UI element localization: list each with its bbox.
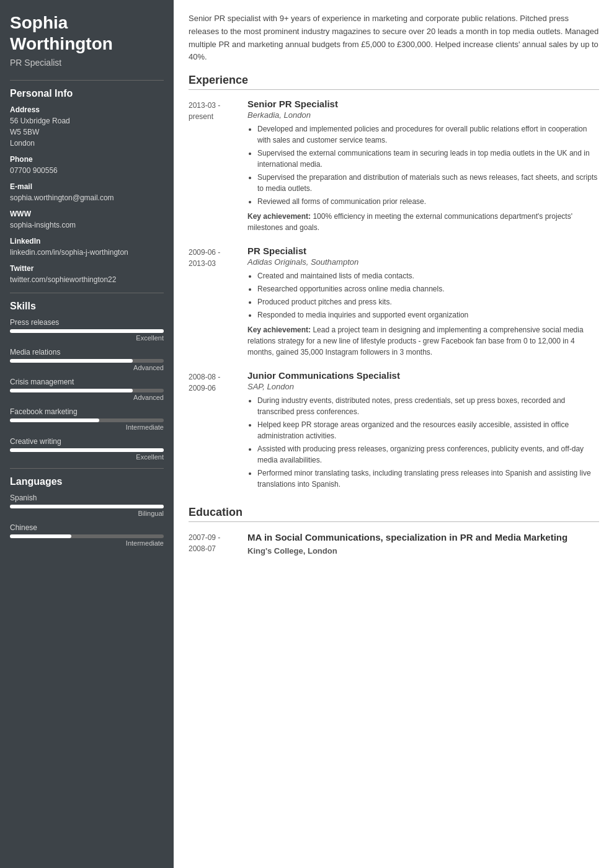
skills-container: Press releases Excellent Media relations… [10, 318, 164, 461]
experience-container: 2013-03 -present Senior PR Specialist Be… [189, 99, 599, 494]
bullet-item: Helped keep PR storage areas organized a… [257, 419, 599, 441]
edu-date: 2007-09 -2008-07 [189, 531, 247, 556]
education-container: 2007-09 -2008-07 MA in Social Communicat… [189, 531, 599, 556]
phone-label: Phone [10, 155, 164, 164]
bullet-item: Reviewed all forms of communication prio… [257, 196, 599, 207]
language-name: Spanish [10, 494, 164, 502]
skill-bar-background [10, 359, 164, 363]
languages-container: Spanish Bilingual Chinese Intermediate [10, 494, 164, 547]
www-value: sophia-insights.com [10, 219, 164, 231]
skill-item: Media relations Advanced [10, 348, 164, 371]
language-item: Chinese Intermediate [10, 523, 164, 547]
bullet-item: Supervised the preparation and distribut… [257, 172, 599, 194]
skill-name: Creative writing [10, 437, 164, 446]
language-bar-fill [10, 505, 164, 508]
summary-text: Senior PR specialist with 9+ years of ex… [189, 12, 599, 64]
language-name: Chinese [10, 523, 164, 532]
skill-level: Advanced [10, 394, 164, 401]
exp-content: Senior PR Specialist Berkadia, London De… [247, 99, 599, 233]
skill-name: Crisis management [10, 378, 164, 386]
skill-item: Crisis management Advanced [10, 378, 164, 401]
email-value: sophia.worthington@gmail.com [10, 192, 164, 203]
exp-company: Berkadia, London [247, 110, 599, 120]
candidate-name: SophiaWorthington [10, 12, 164, 54]
skill-level: Intermediate [10, 423, 164, 431]
exp-content: Junior Communications Specialist SAP, Lo… [247, 370, 599, 494]
exp-company: Adidas Originals, Southampton [247, 257, 599, 267]
languages-heading: Languages [10, 476, 164, 487]
exp-bullets: Developed and implemented policies and p… [247, 123, 599, 207]
address-value: 56 Uxbridge RoadW5 5BWLondon [10, 115, 164, 149]
bullet-item: Researched opportunities across online m… [257, 283, 599, 294]
exp-content: PR Specialist Adidas Originals, Southamp… [247, 246, 599, 358]
linkedin-value: linkedin.com/in/sophia-j-worthington [10, 247, 164, 258]
bullet-item: Developed and implemented policies and p… [257, 123, 599, 146]
bullet-item: Performed minor translating tasks, inclu… [257, 467, 599, 490]
email-label: E-mail [10, 182, 164, 191]
bullet-item: Assisted with producing press releases, … [257, 443, 599, 466]
exp-company: SAP, London [247, 382, 599, 391]
edu-content: MA in Social Communications, specializat… [247, 531, 599, 556]
skill-item: Press releases Excellent [10, 318, 164, 342]
education-block: 2007-09 -2008-07 MA in Social Communicat… [189, 531, 599, 556]
bullet-item: Created and maintained lists of media co… [257, 270, 599, 281]
bullet-item: During industry events, distributed note… [257, 395, 599, 417]
exp-date: 2009-06 -2013-03 [189, 246, 247, 358]
exp-title: PR Specialist [247, 246, 599, 256]
edu-degree: MA in Social Communications, specializat… [247, 531, 599, 544]
language-bar-background [10, 534, 164, 538]
skill-name: Press releases [10, 318, 164, 327]
skill-item: Creative writing Excellent [10, 437, 164, 461]
language-level: Intermediate [10, 539, 164, 547]
experience-block: 2009-06 -2013-03 PR Specialist Adidas Or… [189, 246, 599, 358]
exp-title: Junior Communications Specialist [247, 370, 599, 381]
edu-school: King's College, London [247, 546, 599, 556]
exp-date: 2008-08 -2009-06 [189, 370, 247, 494]
bullet-item: Supervised the external communications t… [257, 148, 599, 170]
exp-date: 2013-03 -present [189, 99, 247, 233]
bullet-item: Responded to media inquiries and support… [257, 309, 599, 321]
address-label: Address [10, 105, 164, 114]
exp-bullets: Created and maintained lists of media co… [247, 270, 599, 321]
skill-bar-fill [10, 329, 164, 333]
skill-bar-fill [10, 448, 164, 452]
bullet-item: Produced product pitches and press kits. [257, 296, 599, 308]
key-achievement: Key achievement: Lead a project team in … [247, 324, 599, 358]
skill-bar-fill [10, 359, 133, 363]
candidate-subtitle: PR Specialist [10, 58, 164, 68]
experience-heading: Experience [189, 74, 599, 90]
skill-bar-background [10, 448, 164, 452]
skill-bar-background [10, 389, 164, 392]
language-item: Spanish Bilingual [10, 494, 164, 517]
skill-level: Excellent [10, 453, 164, 461]
skill-name: Facebook marketing [10, 407, 164, 416]
skill-item: Facebook marketing Intermediate [10, 407, 164, 431]
skill-bar-background [10, 418, 164, 422]
exp-bullets: During industry events, distributed note… [247, 395, 599, 490]
education-heading: Education [189, 506, 599, 522]
experience-block: 2008-08 -2009-06 Junior Communications S… [189, 370, 599, 494]
skill-level: Advanced [10, 364, 164, 371]
exp-title: Senior PR Specialist [247, 99, 599, 109]
personal-info-heading: Personal Info [10, 88, 164, 99]
twitter-label: Twitter [10, 264, 164, 273]
main-content: Senior PR specialist with 9+ years of ex… [174, 0, 614, 868]
twitter-value: twitter.com/sophieworthington22 [10, 274, 164, 285]
skill-name: Media relations [10, 348, 164, 356]
experience-block: 2013-03 -present Senior PR Specialist Be… [189, 99, 599, 233]
skill-bar-background [10, 329, 164, 333]
linkedin-label: LinkedIn [10, 237, 164, 246]
www-label: WWW [10, 210, 164, 218]
skill-bar-fill [10, 389, 133, 392]
key-achievement: Key achievement: 100% efficiency in meet… [247, 211, 599, 233]
language-bar-background [10, 505, 164, 508]
language-level: Bilingual [10, 510, 164, 517]
skill-level: Excellent [10, 334, 164, 342]
phone-value: 07700 900556 [10, 165, 164, 176]
skill-bar-fill [10, 418, 99, 422]
language-bar-fill [10, 534, 71, 538]
sidebar: SophiaWorthington PR Specialist Personal… [0, 0, 174, 868]
skills-heading: Skills [10, 301, 164, 312]
